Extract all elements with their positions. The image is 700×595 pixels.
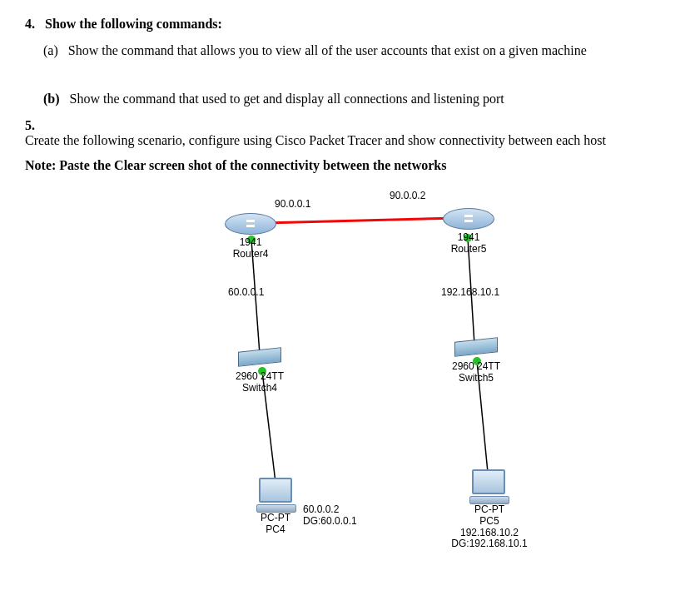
pc4-type: PC-PT <box>261 512 290 523</box>
q4-number: 4. <box>25 17 35 31</box>
q4b-text: Show the command that used to get and di… <box>70 92 504 106</box>
pc5-node: PC-PT PC5 192.168.10.2 DG:192.168.10.1 <box>469 469 533 550</box>
q4a-text: Show the command that allows you to view… <box>68 43 587 57</box>
router4-wan-ip: 90.0.0.1 <box>275 198 310 210</box>
pc5-type: PC-PT <box>474 503 504 515</box>
pc5-name: PC5 <box>479 515 499 527</box>
pc4-name: PC4 <box>266 523 285 535</box>
pc-icon <box>256 478 295 511</box>
q4a-label: (a) <box>43 43 58 57</box>
q4-heading-text: Show the following commands: <box>45 17 222 31</box>
pc4-dg: DG:60.0.0.1 <box>303 515 357 527</box>
router5-node: 1941 Router5 <box>443 208 494 255</box>
pc4-ip: 60.0.0.2 <box>303 503 339 515</box>
q5-number: 5. <box>25 118 58 133</box>
network-diagram: 90.0.0.1 90.0.0.2 1941 Router4 1941 Rout… <box>75 190 658 556</box>
q4b-label: (b) <box>43 92 60 106</box>
switch5-name: Switch5 <box>459 372 494 384</box>
q4a: (a) Show the command that allows you to … <box>43 43 675 58</box>
q4-heading: 4. Show the following commands: <box>25 17 675 32</box>
router4-node: 1941 Router4 <box>225 213 276 260</box>
router5-lan-ip: 192.168.10.1 <box>441 286 499 298</box>
pc4-ip-block: 60.0.0.2 DG:60.0.0.1 <box>303 504 357 528</box>
router4-model: 1941 <box>240 236 262 248</box>
router5-name: Router5 <box>451 243 487 255</box>
switch-icon <box>238 347 281 366</box>
pc5-dg: DG:192.168.10.1 <box>451 538 527 549</box>
router-icon <box>225 213 276 235</box>
switch-icon <box>454 337 498 356</box>
router4-name: Router4 <box>233 248 269 260</box>
switch4-model: 2960 24TT <box>236 370 284 382</box>
switch4-node: 2960 24TT Switch4 <box>238 350 293 394</box>
switch5-node: 2960 24TT Switch5 <box>454 340 509 384</box>
diagram-links <box>75 190 658 556</box>
svg-line-0 <box>265 218 458 223</box>
q5-text: Create the following scenario, configure… <box>25 133 641 148</box>
pc5-ip: 192.168.10.2 <box>460 527 519 538</box>
router4-lan-ip: 60.0.0.1 <box>228 286 264 298</box>
router5-model: 1941 <box>458 231 480 243</box>
note: Note: Paste the Clear screen shot of the… <box>25 158 675 173</box>
q4b: (b) Show the command that used to get an… <box>43 92 675 107</box>
router5-wan-ip: 90.0.0.2 <box>390 190 425 201</box>
switch4-name: Switch4 <box>242 382 277 394</box>
router-icon <box>443 208 494 230</box>
pc4-node: PC-PT PC4 <box>256 478 295 536</box>
switch5-model: 2960 24TT <box>452 360 500 372</box>
q5: 5. Create the following scenario, config… <box>25 118 675 148</box>
pc-icon <box>469 469 508 503</box>
